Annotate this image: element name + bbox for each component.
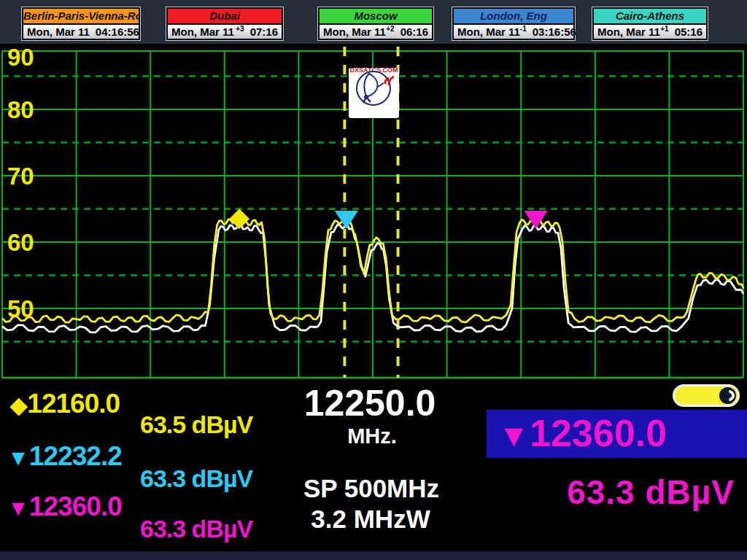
satellite-dish-icon <box>349 68 399 109</box>
active-marker-frequency: ▼12360.0 <box>498 411 667 455</box>
marker-a-frequency: ◆12160.0 <box>10 389 120 419</box>
peak-marker-b <box>335 211 358 229</box>
bandwidth-readout: 3.2 MHzW <box>311 505 430 534</box>
triangle-marker-icon: ▼ <box>7 446 28 470</box>
marker-a-level: 63.5 dBµV <box>140 411 252 439</box>
readout-panel: ◆12160.0 63.5 dBµV ▼12232.2 63.3 dBµV ▼1… <box>0 379 747 560</box>
clock-city-label: Berlin-Paris-Vienna-Roma <box>22 7 140 25</box>
clock-utc-offset: -1 <box>520 25 527 33</box>
dxsatcs-logo: DXSATCS.COM <box>349 68 399 118</box>
clock-date: Mon, Mar 11 <box>597 26 660 38</box>
clock-panel-cairo: Cairo-Athens Mon, Mar 11+105:16 <box>592 7 708 40</box>
clock-time: 03:16:56 <box>527 26 576 38</box>
marker-c-frequency: ▼12360.0 <box>7 491 122 522</box>
marker-b-frequency: ▼12232.2 <box>7 441 122 472</box>
clock-time: 06:16 <box>395 26 428 38</box>
clock-date: Mon, Mar 11 <box>27 26 90 38</box>
clock-utc-offset: +3 <box>236 25 244 33</box>
y-axis-label: 60 <box>7 229 34 256</box>
marker-b-level: 63.3 dBµV <box>140 464 252 493</box>
clock-time: 05:16 <box>669 26 703 38</box>
frequency-unit: MHz. <box>347 424 397 448</box>
active-marker-banner: ▼12360.0 <box>487 410 747 458</box>
center-frequency: 12250.0 <box>304 382 436 424</box>
clock-city-label: London, Eng <box>452 7 575 25</box>
clock-panel-berlin: Berlin-Paris-Vienna-Roma Mon, Mar 1104:1… <box>22 7 140 40</box>
clock-time: 04:16:56 <box>90 26 139 38</box>
diamond-marker-icon: ◆ <box>10 393 26 417</box>
clock-city-label: Dubai <box>166 7 283 25</box>
clock-city-label: Moscow <box>318 7 433 25</box>
clock-date: Mon, Mar 11 <box>323 26 386 38</box>
marker-c-level: 63.3 dBµV <box>140 515 252 543</box>
y-axis-label: 50 <box>7 295 34 322</box>
bottom-strip <box>0 551 747 560</box>
world-clock-bar: Berlin-Paris-Vienna-Roma Mon, Mar 1104:1… <box>0 0 747 44</box>
clock-date: Mon, Mar 11 <box>457 26 520 38</box>
clock-date: Mon, Mar 11 <box>171 26 234 38</box>
clock-utc-offset: +2 <box>386 25 394 33</box>
clock-panel-london: London, Eng Mon, Mar 11-103:16:56 <box>452 7 575 40</box>
y-axis-label: 90 <box>7 44 34 71</box>
speaker-icon <box>719 387 736 404</box>
span-readout: SP 500MHz <box>303 474 439 503</box>
triangle-marker-icon: ▼ <box>7 496 28 520</box>
spectrum-plot: 9080706050 DXSATCS.COM <box>0 44 747 379</box>
clock-time: 07:16 <box>244 26 278 38</box>
clock-panel-dubai: Dubai Mon, Mar 11+307:16 <box>166 7 283 40</box>
toggle-switch[interactable] <box>673 384 740 407</box>
active-marker-level: 63.3 dBµV <box>567 472 735 512</box>
y-axis-label: 70 <box>7 163 34 190</box>
y-axis-label: 80 <box>7 96 34 123</box>
clock-city-label: Cairo-Athens <box>592 7 708 25</box>
clock-panel-moscow: Moscow Mon, Mar 11+206:16 <box>318 7 433 40</box>
triangle-marker-icon: ▼ <box>498 418 529 453</box>
clock-utc-offset: +1 <box>660 25 668 33</box>
